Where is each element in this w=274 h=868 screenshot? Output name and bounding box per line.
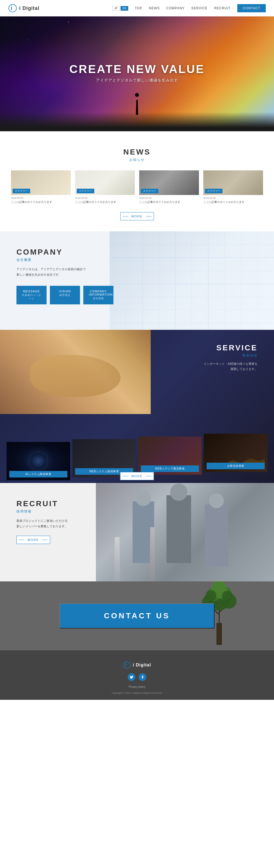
hero-subtitle: アイデアとデジタルで新しい価値を生み出す (69, 78, 205, 83)
news-grid: カテゴリー 2018.00.00 ここに記事のタイトルが入ります カテゴリー 2… (11, 170, 263, 204)
news-category-badge: カテゴリー (205, 189, 222, 193)
company-vision-sub: 経営理念 (55, 293, 75, 297)
privacy-policy-link[interactable]: Privacy policy (0, 685, 274, 688)
svg-text:i: i (125, 662, 126, 668)
logo[interactable]: i i Digital (8, 4, 39, 12)
recruit-more-button[interactable]: MORE (17, 536, 50, 544)
site-header: i i Digital JP EN TOP NEWS COMPANY SERVI… (0, 0, 274, 17)
service-desc: インターネット・AI関連の様々な事業を 展開しております。 (203, 361, 257, 371)
twitter-icon[interactable] (128, 673, 135, 681)
news-date: 2018.00.00 (203, 197, 263, 199)
service-content: SERVICE 事業内容 インターネット・AI関連の様々な事業を 展開しておりま… (203, 343, 257, 371)
contact-us-button[interactable]: CONTACT US (59, 603, 214, 628)
main-nav: TOP NEWS COMPANY SERVICE RECRUIT CONTACT (135, 4, 266, 12)
recruit-title-en: RECRUIT (17, 499, 257, 508)
hero-silhouette (134, 93, 140, 115)
service-card-label: 企業投資事業 (207, 463, 265, 469)
svg-point-0 (9, 4, 17, 12)
nav-recruit[interactable]: RECRUIT (214, 6, 231, 10)
company-background (110, 231, 274, 330)
company-title-jp: 会社概要 (17, 258, 99, 262)
company-message-button[interactable]: MESSAGE 代表者のメッセージ (17, 286, 47, 304)
company-vision-label: VISION (55, 289, 75, 293)
company-desc: アイデジタルは、アイデアとデジタル技術の融合で 新しい価値を生み出す会社です。 (17, 267, 99, 278)
contact-section: CONTACT US (0, 581, 274, 650)
lang-jp-button[interactable]: JP (112, 6, 119, 11)
footer-social (0, 673, 274, 681)
list-item[interactable]: カテゴリー 2018.00.00 ここに記事のタイトルが入ります (11, 170, 71, 204)
news-date: 2018.00.00 (139, 197, 199, 199)
news-thumbnail: カテゴリー (203, 170, 263, 195)
company-message-sub: 代表者のメッセージ (22, 293, 41, 301)
company-section: COMPANY 会社概要 アイデジタルは、アイデアとデジタル技術の融合で 新しい… (0, 231, 274, 330)
list-item[interactable]: WEBシステム開発事業 (72, 439, 136, 477)
nav-news[interactable]: NEWS (149, 6, 160, 10)
company-vision-button[interactable]: VISION 経営理念 (50, 286, 80, 304)
service-photo (0, 330, 151, 414)
list-item[interactable]: カテゴリー 2018.00.00 ここに記事のタイトルが入ります (203, 170, 263, 204)
hero-ground (0, 112, 274, 131)
list-item[interactable]: 企業投資事業 (204, 434, 268, 472)
news-section: NEWS お知らせ カテゴリー 2018.00.00 ここに記事のタイトルが入り… (0, 131, 274, 231)
news-more-button[interactable]: MORE (120, 212, 154, 220)
news-title-text: ここに記事のタイトルが入ります (11, 200, 71, 204)
recruit-more-wrap: MORE (17, 536, 257, 544)
news-thumbnail: カテゴリー (75, 170, 135, 195)
hero-title: CREATE NEW VALUE (69, 63, 205, 76)
list-item[interactable]: カテゴリー 2018.00.00 ここに記事のタイトルが入ります (75, 170, 135, 204)
list-item[interactable]: AIシステム開発事業 (6, 442, 70, 480)
service-more-wrap: MORE (120, 472, 154, 480)
company-info-sub: 会社情報 (89, 297, 108, 300)
footer-logo-icon: i (123, 661, 131, 669)
logo-text: i Digital (19, 5, 39, 11)
logo-icon: i (8, 4, 17, 12)
nav-contact[interactable]: CONTACT (237, 4, 266, 12)
news-category-badge: カテゴリー (77, 189, 94, 193)
service-more-button[interactable]: MORE (120, 472, 154, 480)
news-more-wrap: MORE (11, 212, 263, 220)
news-date: 2018.00.00 (75, 197, 135, 199)
service-card-label: WEBメディア運営事業 (141, 465, 199, 472)
nav-service[interactable]: SERVICE (191, 6, 208, 10)
service-title-jp: 事業内容 (203, 353, 257, 358)
news-thumbnail: カテゴリー (11, 170, 71, 195)
facebook-icon[interactable] (139, 673, 146, 681)
list-item[interactable]: カテゴリー 2018.00.00 ここに記事のタイトルが入ります (139, 170, 199, 204)
svg-point-40 (123, 662, 130, 669)
nav-company[interactable]: COMPANY (166, 6, 185, 10)
news-category-badge: カテゴリー (141, 189, 158, 193)
hero-text: CREATE NEW VALUE アイデアとデジタルで新しい価値を生み出す (69, 63, 205, 83)
svg-point-38 (222, 591, 233, 602)
recruit-section: RECRUIT 採用情報 新規プロジェクトにご参加いただける 新しいメンバーを募… (0, 483, 274, 581)
service-title-en: SERVICE (203, 343, 257, 352)
recruit-desc: 新規プロジェクトにご参加いただける 新しいメンバーを募集しております。 (17, 518, 71, 529)
nav-right: JP EN TOP NEWS COMPANY SERVICE RECRUIT C… (112, 4, 266, 12)
news-thumbnail: カテゴリー (139, 170, 199, 195)
nav-top[interactable]: TOP (135, 6, 142, 10)
lang-switcher: JP EN (112, 6, 128, 11)
company-bg-lines (110, 231, 274, 330)
recruit-title-jp: 採用情報 (17, 509, 257, 514)
recruit-content: RECRUIT 採用情報 新規プロジェクトにご参加いただける 新しいメンバーを募… (0, 483, 274, 560)
company-buttons: MESSAGE 代表者のメッセージ VISION 経営理念 COMPANY IN… (17, 286, 99, 304)
svg-text:i: i (11, 5, 12, 11)
news-title-text: ここに記事のタイトルが入ります (203, 200, 263, 204)
svg-rect-30 (216, 623, 222, 645)
svg-point-37 (205, 590, 216, 601)
list-item[interactable]: WEBメディア運営事業 (138, 436, 202, 475)
service-card-label: AIシステム開発事業 (9, 471, 67, 477)
footer-logo: i i Digital (0, 661, 274, 669)
news-title-text: ここに記事のタイトルが入ります (75, 200, 135, 204)
news-category-badge: カテゴリー (12, 189, 30, 193)
news-date: 2018.00.00 (11, 197, 71, 199)
lang-en-button[interactable]: EN (120, 6, 128, 11)
news-title-jp: お知らせ (11, 157, 263, 162)
hero-section: CREATE NEW VALUE アイデアとデジタルで新しい価値を生み出す (0, 17, 274, 131)
company-title-en: COMPANY (17, 248, 99, 256)
footer-logo-text: i Digital (133, 662, 151, 668)
news-title-text: ここに記事のタイトルが入ります (139, 200, 199, 204)
service-section: SERVICE 事業内容 インターネット・AI関連の様々な事業を 展開しておりま… (0, 330, 274, 483)
company-info-button[interactable]: COMPANY INFORMATION 会社情報 (83, 286, 113, 304)
service-photo-inner (0, 330, 151, 414)
news-title-en: NEWS (11, 148, 263, 156)
